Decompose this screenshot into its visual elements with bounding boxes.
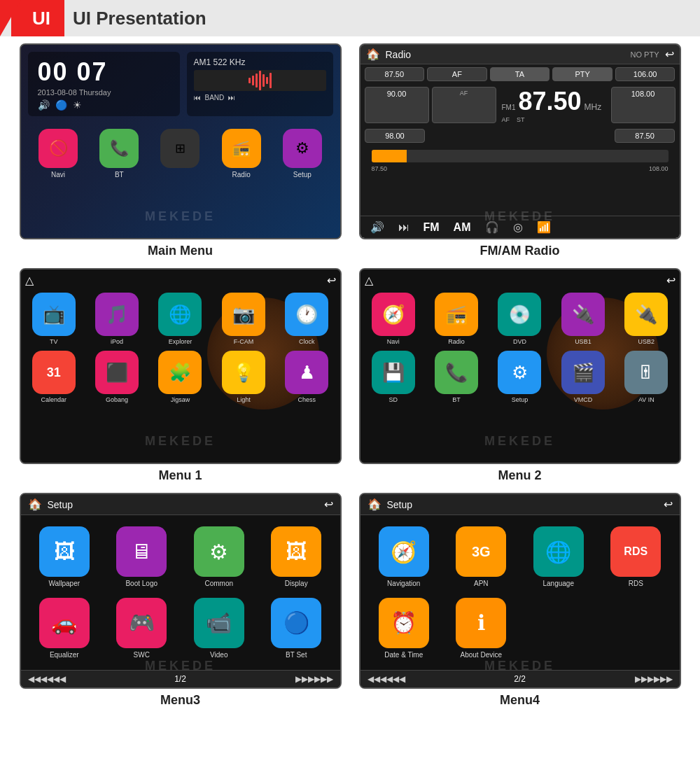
preset-af[interactable]: AF [427,67,487,81]
back-icon-m1[interactable]: ↩ [327,274,336,287]
app-tv[interactable]: 📺 TV [25,293,83,345]
next-nav-btn[interactable]: ▶▶▶▶▶▶ [295,674,333,684]
jigsaw-icon: 🧩 [158,351,202,394]
app-bt2[interactable]: 📞 BT [428,351,485,403]
clock-label: Clock [299,338,315,345]
preset-empty3 [552,129,612,143]
app-navi[interactable]: 🚫 Navi [38,129,78,178]
app-light[interactable]: 💡 Light [215,351,272,403]
app-jigsaw[interactable]: 🧩 Jigsaw [151,351,209,403]
app-menu[interactable]: ⊞ [160,129,200,178]
app-datetime[interactable]: ⏰ Date & Time [370,598,438,659]
cell-radio: 🏠 Radio NO PTY ↩ 87.50 AF TA PTY 106.00 … [354,43,686,261]
app-usb1[interactable]: 🔌 USB1 [554,293,612,345]
app-wallpaper[interactable]: 🖼 Wallpaper [31,526,99,588]
app-sd[interactable]: 💾 SD [365,351,422,403]
cell-main-menu: 00 07 2013-08-08 Thursday 🔊 🔵 ☀ AM1 522 … [14,43,346,261]
app-common[interactable]: ⚙ Common [186,526,253,588]
app-navi2[interactable]: 🧭 Navi [365,293,422,345]
setup4-icons: 🧭 Navigation 3G APN 🌐 Language RDS RDS [360,515,680,670]
preset-90[interactable]: 90.00 [365,87,429,123]
app-fcam[interactable]: 📷 F-CAM [215,293,272,345]
vol-btn[interactable]: 🔊 [366,219,388,235]
back-icon-s4[interactable]: ↩ [664,498,673,511]
bar5 [262,74,265,87]
app-chess[interactable]: ♟ Chess [278,351,335,403]
home-icon[interactable]: 🏠 [366,48,380,61]
display-icon: 🖼 [271,526,321,577]
slider-container: 87.50 108.00 [360,146,680,174]
header-triangle [0,0,21,36]
am-btn[interactable]: AM [449,220,475,235]
menu4-caption: Menu4 [500,693,540,708]
app-clock[interactable]: 🕐 Clock [278,293,335,345]
app-aboutdevice[interactable]: ℹ About Device [447,598,515,659]
record-btn[interactable]: ◎ [509,219,527,235]
app-display[interactable]: 🖼 Display [262,526,330,588]
datetime-label: Date & Time [384,651,423,659]
app-bootlogo[interactable]: 🖥 Boot Logo [108,526,176,588]
radio-label: Radio [232,171,251,178]
prev-icon[interactable]: ⏮ [194,94,201,102]
app-usb2[interactable]: 🔌 USB2 [617,293,675,345]
brightness-icon: ☀ [73,99,82,111]
bluetooth-icon: 🔵 [55,99,67,111]
app-explorer[interactable]: 🌐 Explorer [151,293,209,345]
app-swc[interactable]: 🎮 SWC [108,598,176,659]
app-language[interactable]: 🌐 Language [525,526,593,588]
app-video[interactable]: 📹 Video [186,598,253,659]
app-calendar[interactable]: 31 Calendar [25,351,83,403]
skip-btn[interactable]: ⏭ [394,220,414,235]
preset-pty[interactable]: PTY [552,67,612,81]
headphone-btn[interactable]: 🎧 [481,219,503,235]
fm-btn[interactable]: FM [419,220,444,235]
common-icon: ⚙ [194,526,244,577]
app-bt[interactable]: 📞 BT [99,129,139,178]
app-avin[interactable]: 🎚 AV IN [617,351,675,403]
signal-btn[interactable]: 📶 [533,219,555,235]
header-main-title: UI Presentation [64,8,206,29]
next-nav-btn4[interactable]: ▶▶▶▶▶▶ [635,674,673,684]
preset-106[interactable]: 106.00 [615,67,676,81]
preset-87[interactable]: 87.50 [365,67,425,81]
back-icon-m2[interactable]: ↩ [666,274,676,287]
app-rds[interactable]: RDS RDS [602,526,670,588]
prev-nav-btn[interactable]: ◀◀◀◀◀◀ [28,674,66,684]
setup2-icon: ⚙ [498,351,541,394]
app-setup[interactable]: ⚙ Setup [283,129,322,178]
home-icon-s3[interactable]: 🏠 [28,498,42,511]
app-navigation[interactable]: 🧭 Navigation [370,526,438,588]
aboutdevice-icon: ℹ [456,598,506,648]
home-icon-m1[interactable]: △ [25,274,34,287]
app-btset[interactable]: 🔵 BT Set [262,598,330,659]
dvd-icon: 💿 [498,293,541,336]
home-icon-s4[interactable]: 🏠 [368,498,382,511]
preset-af2[interactable]: AF [432,87,496,123]
app-radio[interactable]: 📻 Radio [222,129,261,178]
bar4 [259,71,261,90]
preset-ta[interactable]: TA [490,67,550,81]
app-gobang[interactable]: ⬛ Gobang [88,351,146,403]
back-icon[interactable]: ↩ [665,48,674,61]
preset-98[interactable]: 98.00 [365,129,426,143]
back-icon-s3[interactable]: ↩ [324,498,333,511]
gobang-icon: ⬛ [95,351,139,394]
app-vmcd[interactable]: 🎬 VMCD [554,351,612,403]
app-radio2[interactable]: 📻 Radio [428,293,485,345]
home-icon-m2[interactable]: △ [365,274,373,287]
prev-nav-btn4[interactable]: ◀◀◀◀◀◀ [368,674,405,684]
app-setup2[interactable]: ⚙ Setup [491,351,548,403]
app-equalizer[interactable]: 🚗 Equalizer [31,598,99,659]
bar6 [266,77,268,84]
freq-slider[interactable] [372,150,668,162]
mhz-label: MHz [584,102,602,112]
menu3-caption: Menu3 [160,693,200,708]
app-dvd[interactable]: 💿 DVD [491,293,548,345]
preset-875[interactable]: 87.50 [615,129,676,143]
next-icon[interactable]: ⏭ [228,94,235,102]
navigation-icon: 🧭 [379,526,429,577]
dvd-label: DVD [513,338,526,345]
app-apn[interactable]: 3G APN [447,526,515,588]
preset-108[interactable]: 108.00 [611,87,676,123]
app-ipod[interactable]: 🎵 iPod [88,293,146,345]
